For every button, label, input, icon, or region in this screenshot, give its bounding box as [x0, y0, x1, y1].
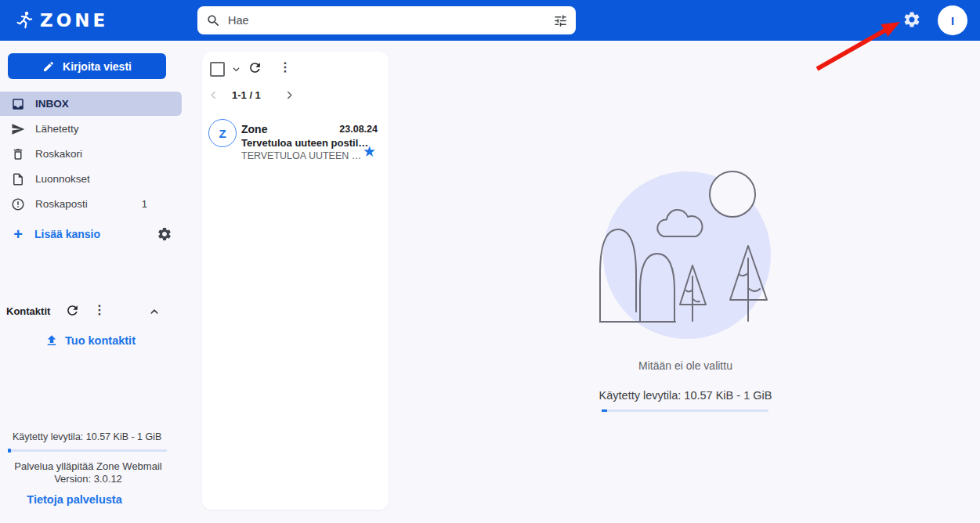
compose-label: Kirjoita viesti: [63, 60, 132, 73]
contacts-refresh-button[interactable]: [65, 303, 80, 318]
gear-icon: [902, 10, 921, 29]
message-date: 23.08.24: [339, 124, 378, 135]
folder-label: Roskaposti: [35, 198, 88, 210]
folder-settings-button[interactable]: [157, 226, 172, 242]
sender-avatar: Z: [208, 119, 237, 147]
contacts-title: Kontaktit: [6, 305, 50, 317]
refresh-icon: [65, 303, 80, 318]
inbox-icon: [11, 97, 25, 111]
search-filter-icon[interactable]: [553, 13, 568, 28]
sidebar-item-drafts[interactable]: Luonnokset: [0, 167, 182, 191]
star-icon[interactable]: ★: [363, 144, 376, 160]
quota-text: Käytetty levytila: 10.57 KiB - 1 GiB: [13, 431, 161, 442]
sidebar-item-sent[interactable]: Lähetetty: [0, 117, 182, 141]
pagination-range: 1-1 / 1: [232, 89, 261, 101]
maintainer-info: Palvelua ylläpitää Zone Webmail Version:…: [0, 460, 176, 485]
runner-icon: [14, 10, 34, 31]
gear-icon: [157, 226, 172, 242]
pagination-next-icon[interactable]: [283, 88, 296, 102]
search-placeholder-text: Hae: [228, 14, 553, 27]
message-list-panel: ⋮ 1-1 / 1 Z Zone 23.08.24 Tervetuloa uut…: [202, 52, 389, 510]
contacts-more-icon[interactable]: ⋮: [93, 302, 106, 318]
plus-icon: +: [11, 227, 25, 241]
list-more-icon[interactable]: ⋮: [279, 60, 291, 74]
maintainer-line2: Version: 3.0.12: [0, 473, 176, 485]
quota-progressbar: [8, 449, 167, 452]
sidebar-item-inbox[interactable]: INBOX: [0, 92, 182, 116]
import-contacts-button[interactable]: Tuo kontaktit: [0, 332, 180, 349]
import-contacts-label: Tuo kontaktit: [65, 334, 136, 347]
quota-progressbar: [602, 409, 768, 412]
message-subject: Tervetuloa uuteen postil…: [241, 137, 368, 149]
add-folder-button[interactable]: + Lisää kansio: [0, 222, 182, 246]
pencil-icon: [42, 60, 55, 73]
send-icon: [11, 122, 25, 136]
add-folder-label: Lisää kansio: [34, 228, 100, 240]
message-sender: Zone: [241, 123, 267, 135]
contacts-collapse-button[interactable]: [147, 305, 161, 319]
topbar: ZONE Hae I: [0, 0, 980, 41]
select-all-checkbox[interactable]: [210, 62, 225, 77]
about-service-link[interactable]: Tietoja palvelusta: [0, 493, 149, 506]
empty-state-illustration: [599, 171, 772, 343]
trash-icon: [11, 147, 25, 161]
settings-button[interactable]: [902, 10, 923, 31]
quota-text: Käytetty levytila: 10.57 KiB - 1 GiB: [580, 389, 791, 402]
search-input[interactable]: Hae: [197, 6, 576, 34]
unread-count: 1: [142, 198, 147, 210]
spam-icon: [11, 197, 25, 211]
avatar-initial: I: [951, 14, 954, 27]
draft-icon: [11, 172, 25, 186]
message-preview: TERVETULOA UUTEEN …: [241, 150, 361, 161]
search-icon: [206, 13, 221, 28]
empty-state-text: Mitään ei ole valittu: [584, 359, 787, 372]
chevron-up-icon: [147, 305, 161, 319]
list-refresh-button[interactable]: [248, 60, 262, 75]
compose-button[interactable]: Kirjoita viesti: [8, 53, 166, 79]
select-menu-chevron-icon[interactable]: [230, 63, 242, 75]
sidebar-item-spam[interactable]: Roskaposti 1: [0, 192, 182, 216]
pagination-prev-icon[interactable]: [207, 88, 220, 102]
folder-label: INBOX: [35, 98, 69, 110]
maintainer-line1: Palvelua ylläpitää Zone Webmail: [0, 460, 176, 473]
quota-progress-fill: [602, 409, 607, 412]
message-row[interactable]: Z Zone 23.08.24 Tervetuloa uuteen postil…: [202, 116, 389, 168]
upload-icon: [45, 334, 59, 348]
brand-logo[interactable]: ZONE: [14, 9, 108, 31]
avatar[interactable]: I: [938, 5, 967, 35]
quota-progress-fill: [8, 449, 11, 453]
folder-label: Lähetetty: [35, 123, 79, 135]
brand-name: ZONE: [40, 9, 108, 31]
refresh-icon: [248, 60, 262, 75]
folder-label: Roskakori: [35, 148, 82, 160]
folder-label: Luonnokset: [35, 173, 90, 185]
sidebar-item-trash[interactable]: Roskakori: [0, 142, 182, 166]
